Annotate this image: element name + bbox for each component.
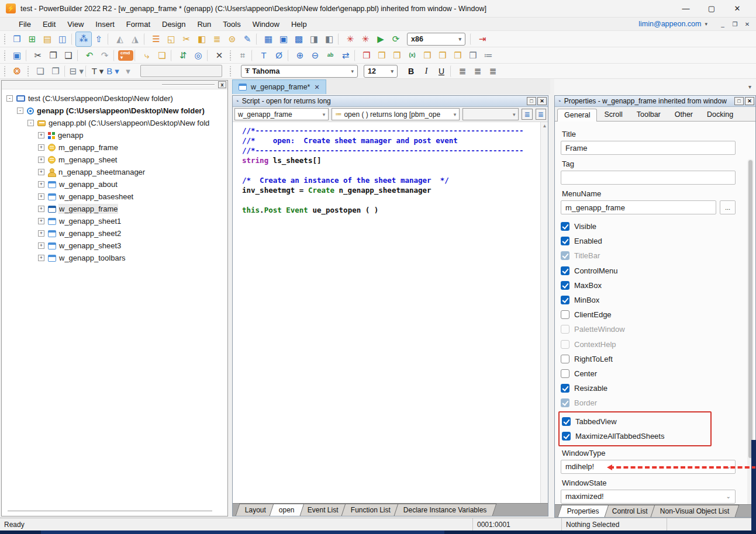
- script-tab[interactable]: open: [270, 504, 305, 516]
- tree-expander-icon[interactable]: -: [27, 120, 34, 126]
- sort-icon[interactable]: ⇵: [175, 48, 191, 63]
- checkbox[interactable]: [562, 432, 571, 441]
- toolbar-handle[interactable]: [4, 34, 6, 44]
- properties-close-icon[interactable]: ✕: [745, 97, 754, 105]
- open-icon[interactable]: ▤: [40, 32, 55, 46]
- tree-item[interactable]: + w_genapp_toolbars: [2, 252, 227, 264]
- checkbox[interactable]: [561, 296, 569, 304]
- toolbar-handle[interactable]: [4, 66, 6, 77]
- paste-duplicate-icon[interactable]: ❒: [435, 48, 450, 63]
- tree-expander-icon[interactable]: +: [38, 242, 44, 249]
- select-run-project-icon[interactable]: ⟳: [388, 32, 403, 46]
- reset-font-icon[interactable]: Ø: [271, 48, 286, 63]
- tree-horizontal-scrollbar[interactable]: [8, 511, 212, 512]
- font-size-combo[interactable]: 12▾: [364, 65, 398, 78]
- event-combo[interactable]: ≔ open ( ) returns long [pbm_ope ▾: [332, 108, 460, 120]
- mdi-window-button[interactable]: ❐: [730, 19, 740, 29]
- fill-color-icon[interactable]: B ▾: [105, 64, 120, 78]
- compile-icon[interactable]: ❏: [154, 48, 170, 63]
- paste-window-icon[interactable]: ❒: [450, 48, 465, 63]
- paste-argument-icon[interactable]: (x): [405, 48, 420, 63]
- checkbox[interactable]: [562, 417, 571, 426]
- paste-special-icon[interactable]: ❒: [359, 48, 374, 63]
- properties-bottom-tab[interactable]: Control List: [602, 505, 657, 517]
- run-recent-icon[interactable]: ▩: [291, 32, 306, 46]
- tree-item[interactable]: + w_genapp_sheet3: [2, 240, 227, 252]
- tree-item[interactable]: + m_genapp_sheet: [2, 154, 227, 166]
- goto-icon[interactable]: ⤷: [139, 48, 154, 63]
- tree-item[interactable]: + m_genapp_frame: [2, 141, 227, 154]
- tree-item[interactable]: - test (C:\Users\appeon\Desktop\New fold…: [2, 92, 227, 105]
- db-profile-icon[interactable]: ≣: [209, 32, 225, 46]
- toolbar-separator[interactable]: [251, 50, 255, 61]
- paste-icon[interactable]: ❑: [61, 48, 76, 63]
- tree-expander-icon[interactable]: +: [38, 181, 44, 188]
- tree-expander-icon[interactable]: +: [38, 132, 44, 138]
- tree-item[interactable]: + w_genapp_frame: [2, 203, 227, 215]
- toolbar-separator[interactable]: [256, 33, 260, 45]
- clip-window-icon[interactable]: ✂: [179, 32, 194, 46]
- tree-item[interactable]: + w_genapp_about: [2, 178, 227, 190]
- code-editor[interactable]: //*-------------------------------------…: [233, 122, 548, 503]
- menuname-browse-button[interactable]: ...: [720, 200, 736, 214]
- extra-combo[interactable]: ▾: [462, 108, 519, 120]
- checkbox[interactable]: [561, 266, 569, 275]
- text-color-icon[interactable]: T ▾: [90, 64, 105, 78]
- toolbar-separator[interactable]: [113, 50, 117, 61]
- search-library-icon[interactable]: ◎: [191, 48, 206, 63]
- tag-field[interactable]: [561, 171, 736, 185]
- tree-expander-icon[interactable]: +: [38, 218, 44, 224]
- menu-item[interactable]: Format: [120, 19, 156, 30]
- script-title-bar[interactable]: ◔ Script - open for returns long □ ✕: [233, 96, 548, 107]
- bring-to-front-icon[interactable]: ❐: [48, 64, 63, 78]
- mdi-window-button[interactable]: ✕: [742, 19, 752, 29]
- zoom-out-icon[interactable]: ⊖: [308, 48, 323, 63]
- align-right-icon[interactable]: ≣: [485, 64, 500, 78]
- debug-icon[interactable]: ✳: [343, 32, 358, 46]
- redo-icon[interactable]: ↷: [97, 48, 112, 63]
- code-vertical-scrollbar[interactable]: ▲: [540, 122, 548, 503]
- paste-list-icon[interactable]: ≔: [481, 48, 496, 63]
- next-painter-icon[interactable]: ◮: [127, 32, 143, 46]
- color-wheel-icon[interactable]: ❂: [9, 64, 25, 78]
- menu-item[interactable]: Run: [191, 19, 217, 30]
- cut-icon[interactable]: ✂: [30, 48, 46, 63]
- checkbox[interactable]: [561, 340, 569, 349]
- close-button[interactable]: ✕: [724, 1, 750, 17]
- tree-item[interactable]: - genapp (C:\Users\appeon\Desktop\New fo…: [2, 105, 227, 117]
- italic-icon[interactable]: I: [419, 64, 434, 78]
- script-maximize-icon[interactable]: □: [527, 97, 536, 105]
- undo-icon[interactable]: ↶: [82, 48, 97, 63]
- toolbar-handle[interactable]: [27, 66, 30, 77]
- tree-item[interactable]: + w_genapp_sheet1: [2, 215, 227, 227]
- document-tab[interactable]: w_genapp_frame* ✕: [232, 79, 326, 94]
- bold-icon[interactable]: B: [403, 64, 419, 78]
- toolbar-separator[interactable]: [207, 50, 210, 61]
- script-close-icon[interactable]: ✕: [537, 97, 547, 105]
- windowtype-combo[interactable]: mdihelp! ⌄: [561, 460, 736, 474]
- toolbar-separator[interactable]: [470, 33, 474, 45]
- run-icon[interactable]: ▦: [261, 32, 276, 46]
- tree-item[interactable]: + w_genapp_basesheet: [2, 190, 227, 203]
- properties-bottom-tab[interactable]: Non-Visual Object List: [651, 505, 739, 517]
- properties-bottom-tab[interactable]: Properties: [558, 505, 609, 517]
- mdi-window-button[interactable]: _: [717, 19, 728, 29]
- select-object-icon[interactable]: ⌗: [235, 48, 250, 63]
- menu-item[interactable]: Help: [285, 19, 313, 30]
- new-object-icon[interactable]: ❒: [9, 32, 25, 46]
- swap-panes-icon[interactable]: ⇄: [338, 48, 353, 63]
- tree-item[interactable]: + w_genapp_sheet2: [2, 227, 227, 240]
- toolbar-separator[interactable]: [144, 33, 147, 45]
- tree-expander-icon[interactable]: -: [6, 95, 13, 102]
- tree-expander-icon[interactable]: +: [38, 206, 44, 212]
- menu-item[interactable]: Tools: [217, 19, 246, 30]
- edit-source-icon[interactable]: ✎: [240, 32, 255, 46]
- checkbox[interactable]: [561, 355, 569, 363]
- tree-item[interactable]: + genapp: [2, 129, 227, 141]
- toolbar-handle[interactable]: [230, 66, 232, 77]
- checkbox[interactable]: [561, 384, 569, 393]
- properties-tab[interactable]: Other: [668, 108, 700, 121]
- target-platform-combo[interactable]: x86▾: [407, 33, 465, 46]
- checkbox[interactable]: [561, 398, 569, 407]
- tree-expander-icon[interactable]: -: [17, 108, 23, 114]
